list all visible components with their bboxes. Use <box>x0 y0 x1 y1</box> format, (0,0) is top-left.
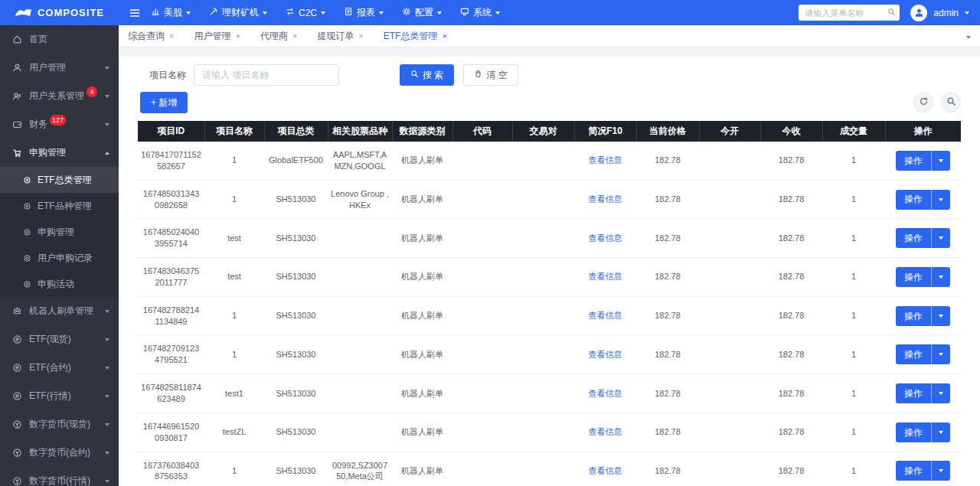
cell-code <box>452 413 512 452</box>
action-button[interactable]: 操作 <box>896 151 950 171</box>
sidebar-item-8[interactable]: ETF(行情) <box>0 382 119 410</box>
add-button[interactable]: + 新增 <box>140 92 188 113</box>
close-icon[interactable]: × <box>292 31 297 41</box>
view-info-link[interactable]: 查看信息 <box>589 427 622 436</box>
menu-search-input[interactable] <box>799 5 900 21</box>
tabs-overflow-chevron-icon[interactable] <box>966 31 971 41</box>
action-button[interactable]: 操作 <box>896 383 950 403</box>
nav-item-3[interactable]: 报表 <box>344 6 384 19</box>
action-button[interactable]: 操作 <box>896 190 950 210</box>
table-row: 1674830463752011777testSH513030机器人刷单查看信息… <box>138 258 961 297</box>
sidebar-subitem-4-4[interactable]: 申购活动 <box>0 271 119 297</box>
cell-code <box>452 335 512 374</box>
nav-item-2[interactable]: C2C <box>286 7 325 18</box>
action-button[interactable]: 操作 <box>896 461 950 481</box>
action-button[interactable]: 操作 <box>896 306 950 326</box>
menu-search[interactable] <box>799 5 900 21</box>
chart-icon <box>151 7 160 18</box>
tab-label: 代理商 <box>260 30 288 43</box>
action-button[interactable]: 操作 <box>896 422 950 442</box>
tab-0[interactable]: 综合查询× <box>128 30 174 43</box>
close-icon[interactable]: × <box>442 31 446 41</box>
cell-source: 机器人刷单 <box>392 335 452 374</box>
cell-action: 操作 <box>885 142 961 180</box>
sidebar-subitem-4-3[interactable]: 用户申购记录 <box>0 245 119 271</box>
chevron-down-icon <box>932 392 950 395</box>
close-icon[interactable]: × <box>358 31 363 41</box>
tab-1[interactable]: 用户管理× <box>194 30 240 43</box>
sidebar-item-3[interactable]: 财务127 <box>0 110 119 139</box>
view-info-link[interactable]: 查看信息 <box>589 466 622 475</box>
cell-close: 182.78 <box>760 335 822 374</box>
close-icon[interactable]: × <box>169 31 174 41</box>
action-button[interactable]: 操作 <box>896 267 950 287</box>
nav-item-1[interactable]: 理财矿机 <box>209 6 267 19</box>
sidebar-subitem-4-2[interactable]: 申购管理 <box>0 219 119 245</box>
sidebar-item-4[interactable]: 申购管理 <box>0 139 119 167</box>
sidebar-item-9[interactable]: 数字货币(现货) <box>0 410 119 439</box>
view-info-link[interactable]: 查看信息 <box>589 350 622 359</box>
notification-badge: 4 <box>87 86 97 97</box>
column-header-3: 相关股票品种 <box>328 121 392 142</box>
nav-item-5[interactable]: 系统 <box>460 6 500 19</box>
search-icon[interactable] <box>887 8 896 16</box>
view-info-link[interactable]: 查看信息 <box>589 272 622 281</box>
chevron-down-icon <box>932 198 950 201</box>
cell-stocks: AAPL,MSFT,AMZN,GOOGL <box>328 142 392 180</box>
sidebar-subitem-4-1[interactable]: ETF品种管理 <box>0 193 119 219</box>
tab-2[interactable]: 代理商× <box>260 30 297 43</box>
wallet-icon <box>12 119 22 129</box>
sidebar-subitem-label: 用户申购记录 <box>38 252 93 265</box>
sidebar-item-11[interactable]: 数字货币(行情) <box>0 467 119 486</box>
user-menu-chevron-icon[interactable] <box>965 11 969 15</box>
refresh-button[interactable] <box>913 93 933 113</box>
project-name-input[interactable] <box>194 64 339 86</box>
username[interactable]: admin <box>933 8 959 18</box>
view-info-link[interactable]: 查看信息 <box>589 389 622 398</box>
table-search-button[interactable] <box>941 93 961 113</box>
view-info-link[interactable]: 查看信息 <box>589 233 622 243</box>
tab-label: 提现订单 <box>317 30 354 43</box>
sidebar-subitem-4-0[interactable]: ETF总类管理 <box>0 167 119 193</box>
clear-button[interactable]: 清 空 <box>463 64 518 86</box>
cart-icon <box>12 148 22 158</box>
chevron-down-icon <box>932 431 950 434</box>
sidebar-item-10[interactable]: 数字货币(合约) <box>0 439 119 467</box>
sidebar-item-label: 财务 <box>29 118 47 131</box>
cell-source: 机器人刷单 <box>392 219 452 258</box>
topbar-right: admin <box>799 5 969 21</box>
cell-f10: 查看信息 <box>574 142 636 180</box>
notification-badge: 127 <box>50 115 66 126</box>
avatar[interactable] <box>910 5 927 21</box>
tab-4[interactable]: ETF总类管理× <box>384 30 447 43</box>
cell-source: 机器人刷单 <box>392 258 452 297</box>
sidebar-item-0[interactable]: 首页 <box>0 25 119 54</box>
action-button[interactable]: 操作 <box>896 344 950 364</box>
action-button[interactable]: 操作 <box>896 228 950 248</box>
tab-3[interactable]: 提现订单× <box>317 30 363 43</box>
view-info-link[interactable]: 查看信息 <box>589 311 622 320</box>
search-button[interactable]: 搜 索 <box>400 64 454 86</box>
cell-stocks <box>328 219 392 258</box>
sidebar-item-2[interactable]: 用户关系管理4 <box>0 82 119 110</box>
menu-toggle-icon[interactable] <box>129 8 140 18</box>
cell-f10: 查看信息 <box>574 452 636 486</box>
coin-icon <box>12 419 22 429</box>
chevron-down-icon <box>932 315 950 318</box>
sidebar-item-5[interactable]: 机器人刷单管理 <box>0 297 119 325</box>
clear-button-label: 清 空 <box>486 69 507 82</box>
cell-category: GlobalETF500 <box>264 142 328 180</box>
chevron-down-icon <box>437 11 442 15</box>
view-info-link[interactable]: 查看信息 <box>589 194 622 204</box>
sidebar-item-6[interactable]: ETF(现货) <box>0 325 119 354</box>
cell-pair <box>512 374 574 413</box>
table-row: 16784170711525826571GlobalETF500AAPL,MSF… <box>138 142 961 180</box>
close-icon[interactable]: × <box>235 31 240 41</box>
view-info-link[interactable]: 查看信息 <box>589 155 622 165</box>
sidebar-item-1[interactable]: 用户管理 <box>0 54 119 82</box>
sidebar-item-7[interactable]: ETF(合约) <box>0 354 119 382</box>
cell-name: 1 <box>204 180 264 219</box>
column-header-11: 成交量 <box>822 121 885 142</box>
nav-item-0[interactable]: 美股 <box>151 6 191 19</box>
nav-item-4[interactable]: 配置 <box>402 6 442 19</box>
